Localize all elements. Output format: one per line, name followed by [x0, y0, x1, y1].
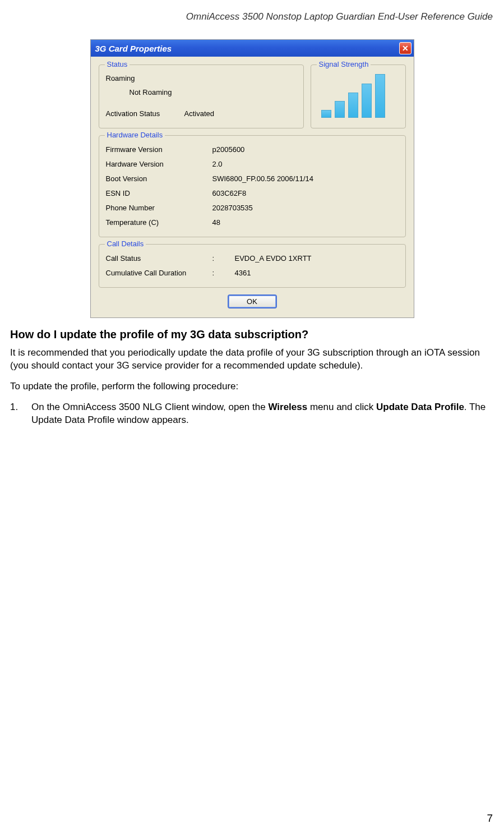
close-icon[interactable]: ✕ [399, 42, 411, 54]
table-row: Cumulative Call Duration : 4361 [106, 266, 399, 280]
hw-value: 2028703535 [212, 201, 253, 215]
hw-value: p2005600 [212, 142, 245, 157]
value-roaming: Not Roaming [106, 86, 172, 100]
legend-status: Status [105, 60, 130, 68]
hw-label: Phone Number [106, 201, 212, 215]
ok-button[interactable]: OK [228, 294, 277, 309]
hw-value: 603C62F8 [212, 186, 247, 201]
list-item: 1. On the OmniAccess 3500 NLG Client win… [10, 401, 494, 427]
group-call: Call Details Call Status : EVDO_A EVDO 1… [99, 244, 406, 288]
table-row: Call Status : EVDO_A EVDO 1XRTT [106, 251, 399, 266]
call-value: 4361 [235, 266, 251, 280]
dialog-3g-card-properties: 3G Card Properties ✕ Status Roaming Not … [90, 39, 414, 318]
hw-value: 2.0 [212, 157, 223, 172]
hw-label: Boot Version [106, 172, 212, 186]
hw-value: SWI6800_FP.00.56 2006/11/14 [212, 172, 313, 186]
table-row: Phone Number 2028703535 [106, 201, 399, 215]
call-label: Call Status [106, 251, 212, 266]
call-sep: : [212, 266, 235, 280]
hw-label: Hardware Version [106, 157, 212, 172]
legend-hardware: Hardware Details [105, 131, 165, 139]
text-part: menu and click [307, 402, 376, 412]
call-value: EVDO_A EVDO 1XRTT [235, 251, 312, 266]
hw-label: Temperature (C) [106, 215, 212, 230]
titlebar-text: 3G Card Properties [95, 44, 172, 53]
signal-bars-icon [318, 72, 399, 118]
call-sep: : [212, 251, 235, 266]
table-row: ESN ID 603C62F8 [106, 186, 399, 201]
group-signal: Signal Strength [311, 65, 406, 128]
label-activation: Activation Status [106, 107, 184, 121]
paragraph: It is recommended that you periodically … [10, 347, 494, 372]
group-status: Status Roaming Not Roaming Activation St… [99, 65, 304, 128]
text-bold: Update Data Profile [376, 402, 464, 412]
label-roaming: Roaming [106, 72, 184, 86]
text-part: On the OmniAccess 3500 NLG Client window… [31, 402, 268, 412]
hw-label: ESN ID [106, 186, 212, 201]
dialog-body: Status Roaming Not Roaming Activation St… [91, 57, 414, 317]
table-row: Hardware Version 2.0 [106, 157, 399, 172]
page-number: 7 [487, 812, 493, 825]
legend-signal: Signal Strength [317, 60, 371, 68]
table-row: Temperature (C) 48 [106, 215, 399, 230]
call-label: Cumulative Call Duration [106, 266, 212, 280]
hw-label: Firmware Version [106, 142, 212, 157]
text-bold: Wireless [268, 402, 307, 412]
value-activation: Activated [184, 107, 214, 121]
paragraph: To update the profile, perform the follo… [10, 380, 494, 393]
hw-value: 48 [212, 215, 220, 230]
table-row: Boot Version SWI6800_FP.00.56 2006/11/14 [106, 172, 399, 186]
table-row: Firmware Version p2005600 [106, 142, 399, 157]
group-hardware: Hardware Details Firmware Version p20056… [99, 135, 406, 237]
doc-header: OmniAccess 3500 Nonstop Laptop Guardian … [9, 11, 493, 22]
list-number: 1. [10, 401, 31, 427]
legend-call: Call Details [105, 240, 146, 248]
heading-update-profile: How do I update the profile of my 3G dat… [10, 328, 494, 341]
list-text: On the OmniAccess 3500 NLG Client window… [31, 401, 494, 427]
titlebar: 3G Card Properties ✕ [91, 40, 414, 57]
